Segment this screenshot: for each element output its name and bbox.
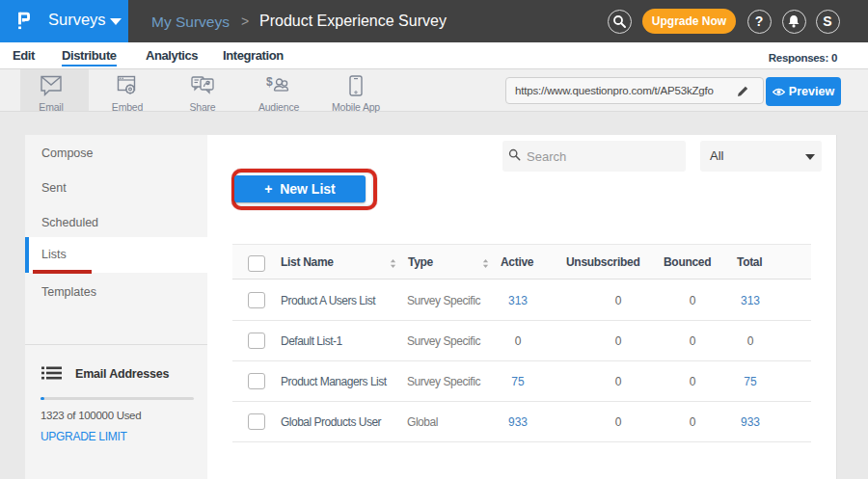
- svg-text:$: $: [266, 75, 273, 89]
